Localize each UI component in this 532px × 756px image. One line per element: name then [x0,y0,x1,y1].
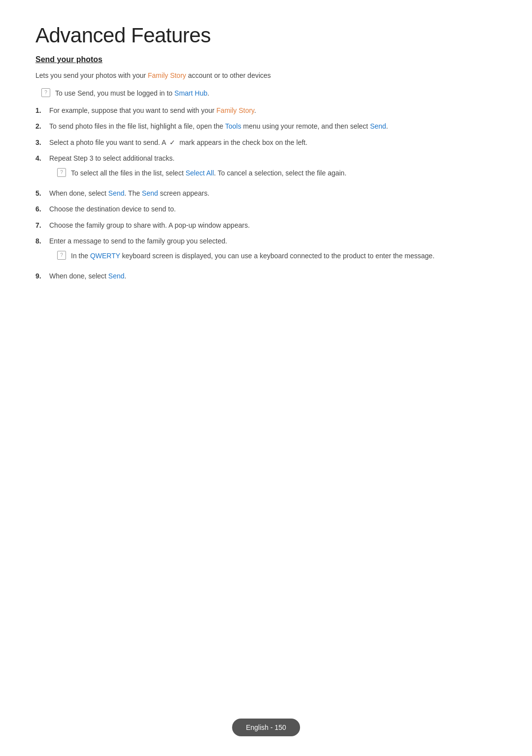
step-content-4: Repeat Step 3 to select additional track… [49,154,174,162]
send-link-5a[interactable]: Send [108,189,125,197]
note-icon-8: ? [57,251,66,260]
step-content-5: When done, select Send. The Send screen … [49,188,497,199]
step-number-8: 8. [35,236,49,246]
step-number-5: 5. [35,188,49,199]
step-1: 1. For example, suppose that you want to… [35,105,497,116]
step-number-1: 1. [35,105,49,116]
page-container: Advanced Features Send your photos Lets … [0,0,532,756]
step-content-6: Choose the destination device to send to… [49,204,497,214]
send-link-5b[interactable]: Send [142,189,158,197]
step-number-7: 7. [35,220,49,231]
note-text-8: In the QWERTY keyboard screen is display… [71,250,434,261]
numbered-list: 1. For example, suppose that you want to… [35,105,497,281]
step-7: 7. Choose the family group to share with… [35,220,497,231]
tools-link[interactable]: Tools [225,122,241,130]
step-content-8: Enter a message to send to the family gr… [49,237,227,245]
sub-note-4: ? To select all the files in the list, s… [57,168,497,178]
step-number-4: 4. [35,153,49,164]
step-number-2: 2. [35,121,49,132]
step-2: 2. To send photo files in the file list,… [35,121,497,132]
section-heading: Send your photos [35,55,497,64]
send-link-9[interactable]: Send [108,272,125,280]
step-8: 8. Enter a message to send to the family… [35,236,497,266]
step-9: 9. When done, select Send. [35,271,497,281]
step-content-9: When done, select Send. [49,271,497,281]
step-number-9: 9. [35,271,49,281]
step-3: 3. Select a photo file you want to send.… [35,137,497,148]
step-number-6: 6. [35,204,49,214]
note-text-4: To select all the files in the list, sel… [71,168,346,178]
smart-hub-link[interactable]: Smart Hub [174,89,207,97]
send-link-2[interactable]: Send [370,122,386,130]
qwerty-link[interactable]: QWERTY [90,252,120,260]
note-icon-4: ? [57,168,66,177]
note-text-1: To use Send, you must be logged in to Sm… [55,88,209,99]
step-content-1: For example, suppose that you want to se… [49,105,497,116]
sub-note-8: ? In the QWERTY keyboard screen is displ… [57,250,497,261]
step-content-7: Choose the family group to share with. A… [49,220,497,231]
footer-badge: English - 150 [232,719,300,736]
page-title: Advanced Features [35,24,497,47]
step-content-3: Select a photo file you want to send. A … [49,137,497,148]
select-all-link[interactable]: Select All [186,169,214,177]
step-5: 5. When done, select Send. The Send scre… [35,188,497,199]
step-number-3: 3. [35,137,49,148]
note-smart-hub: ? To use Send, you must be logged in to … [41,88,497,99]
family-story-link-1[interactable]: Family Story [216,106,254,114]
step-content-2: To send photo files in the file list, hi… [49,121,497,132]
step-6: 6. Choose the destination device to send… [35,204,497,214]
step-4: 4. Repeat Step 3 to select additional tr… [35,153,497,183]
family-story-link-intro[interactable]: Family Story [148,71,186,79]
note-icon-1: ? [41,88,50,97]
intro-text: Lets you send your photos with your Fami… [35,70,497,81]
